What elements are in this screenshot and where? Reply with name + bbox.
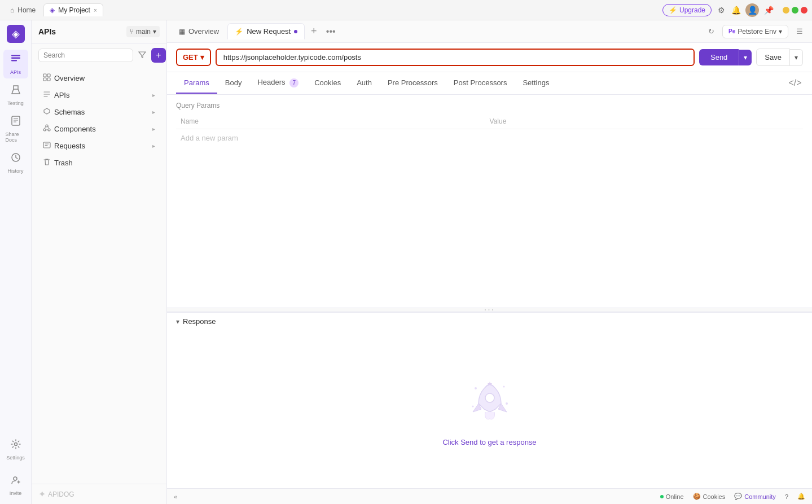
add-param-row[interactable]: Add a new param xyxy=(176,129,803,147)
svg-rect-10 xyxy=(47,78,50,81)
project-tab-close[interactable]: × xyxy=(94,7,97,14)
sidebar-item-testing[interactable]: Testing xyxy=(3,81,28,109)
cookies-button[interactable]: 🍪 Cookies xyxy=(693,493,726,500)
nav-item-apis-label: APIs xyxy=(54,91,69,99)
collapse-sidebar-button[interactable]: « xyxy=(174,493,177,500)
nav-item-components[interactable]: Components ▸ xyxy=(34,121,164,137)
nav-item-requests-label: Requests xyxy=(54,142,85,150)
env-label: Petstore Env xyxy=(738,28,776,36)
req-tab-settings[interactable]: Settings xyxy=(515,73,557,94)
project-tab[interactable]: ◈ My Project × xyxy=(43,3,103,16)
close-button[interactable] xyxy=(801,7,807,14)
settings-icon xyxy=(10,439,21,453)
search-input[interactable] xyxy=(38,49,133,62)
response-chevron-icon: ▾ xyxy=(176,318,179,326)
nav-item-requests[interactable]: Requests ▸ xyxy=(34,138,164,154)
nav-sidebar-header: APIs ⑂ main ▾ xyxy=(32,20,166,43)
add-new-button[interactable]: + xyxy=(151,48,166,63)
req-tab-auth[interactable]: Auth xyxy=(349,73,380,94)
send-button[interactable]: Send xyxy=(699,49,739,65)
tab-overview[interactable]: ▦ Overview xyxy=(172,23,226,40)
settings-label: Settings xyxy=(6,455,25,461)
svg-rect-3 xyxy=(12,116,20,125)
svg-point-17 xyxy=(506,402,508,405)
apis-icon xyxy=(10,53,21,67)
bell-icon[interactable]: 🔔 xyxy=(731,5,741,15)
upgrade-icon: ⚡ xyxy=(669,6,677,14)
pin-icon[interactable]: 📌 xyxy=(763,5,774,15)
nav-item-trash[interactable]: Trash xyxy=(34,155,164,171)
branch-icon: ⑂ xyxy=(130,28,134,36)
testing-label: Testing xyxy=(7,100,24,106)
community-button[interactable]: 💬 Community xyxy=(734,493,776,500)
method-selector[interactable]: GET ▾ xyxy=(176,49,211,66)
svg-rect-9 xyxy=(43,78,46,81)
refresh-button[interactable]: ↻ xyxy=(703,24,719,40)
sidebar-item-settings[interactable]: Settings xyxy=(3,435,28,464)
cookies-icon: 🍪 xyxy=(693,493,701,500)
branch-selector[interactable]: ⑂ main ▾ xyxy=(126,26,160,37)
sidebar-item-share-docs[interactable]: Share Docs xyxy=(3,112,28,146)
req-tab-params[interactable]: Params xyxy=(176,73,217,94)
community-label: Community xyxy=(744,493,776,500)
response-section: ▾ Response xyxy=(167,312,812,488)
upgrade-button[interactable]: ⚡ Upgrade xyxy=(662,4,712,16)
nav-item-schemas-label: Schemas xyxy=(54,108,85,116)
project-tab-label: My Project xyxy=(58,6,90,14)
online-label: Online xyxy=(666,493,684,500)
apis-arrow-icon: ▸ xyxy=(152,92,155,98)
branch-label: main xyxy=(136,28,151,36)
req-tab-post-processors[interactable]: Post Processors xyxy=(446,73,515,94)
svg-rect-0 xyxy=(11,55,20,56)
schemas-icon xyxy=(43,107,51,117)
menu-button[interactable]: ☰ xyxy=(792,24,807,40)
online-status[interactable]: Online xyxy=(660,493,684,500)
add-tab-button[interactable]: + xyxy=(306,24,322,40)
req-tab-body[interactable]: Body xyxy=(217,73,250,94)
main-content: ▦ Overview ⚡ New Request + ••• ↻ Pe Pets… xyxy=(167,20,812,504)
request-bar: GET ▾ Send ▾ Save ▾ xyxy=(167,43,812,72)
app-logo: ◈ xyxy=(7,25,25,43)
filter-icon[interactable] xyxy=(135,48,149,62)
url-input[interactable] xyxy=(223,53,687,62)
upgrade-label: Upgrade xyxy=(679,6,705,14)
tab-new-request[interactable]: ⚡ New Request xyxy=(227,23,305,40)
svg-rect-2 xyxy=(11,60,17,62)
sidebar-item-apis[interactable]: APIs xyxy=(3,50,28,78)
apidog-logo-text: APIDOG xyxy=(48,490,74,498)
home-tab[interactable]: ⌂ Home xyxy=(5,4,41,16)
main-layout: ◈ APIs Testing xyxy=(0,20,812,504)
sidebar-item-history[interactable]: History xyxy=(3,148,28,177)
nav-item-apis[interactable]: APIs ▸ xyxy=(34,87,164,103)
community-icon: 💬 xyxy=(734,493,742,500)
maximize-button[interactable] xyxy=(792,7,798,14)
nav-item-overview[interactable]: Overview xyxy=(34,70,164,86)
response-header[interactable]: ▾ Response xyxy=(167,313,812,330)
svg-point-6 xyxy=(14,477,17,480)
query-params-title: Query Params xyxy=(176,102,803,109)
minimize-button[interactable] xyxy=(783,7,789,14)
more-tabs-button[interactable]: ••• xyxy=(323,24,339,40)
headers-count-badge: 7 xyxy=(289,78,299,87)
save-dropdown-button[interactable]: ▾ xyxy=(790,49,803,66)
notification-bottom-icon[interactable]: 🔔 xyxy=(797,493,805,500)
requests-icon xyxy=(43,141,51,151)
icon-sidebar: ◈ APIs Testing xyxy=(0,20,32,504)
settings-gear-icon[interactable]: ⚙ xyxy=(716,5,726,15)
response-body: Click Send to get a response xyxy=(167,330,812,488)
nav-item-schemas[interactable]: Schemas ▸ xyxy=(34,104,164,120)
env-selector[interactable]: Pe Petstore Env ▾ xyxy=(722,25,788,38)
params-content: Query Params Name Value Add a new param xyxy=(167,95,812,308)
nav-item-trash-label: Trash xyxy=(54,159,73,167)
sidebar-item-invite[interactable]: Invite xyxy=(3,471,28,499)
req-tab-headers[interactable]: Headers 7 xyxy=(249,72,306,94)
req-tab-pre-processors[interactable]: Pre Processors xyxy=(380,73,446,94)
code-view-icon[interactable]: </> xyxy=(787,75,803,91)
req-tab-cookies[interactable]: Cookies xyxy=(306,73,349,94)
save-button[interactable]: Save xyxy=(756,49,790,66)
send-dropdown-button[interactable]: ▾ xyxy=(739,50,752,65)
svg-rect-8 xyxy=(47,74,50,77)
resize-divider[interactable]: ··· xyxy=(167,308,812,312)
avatar[interactable]: 👤 xyxy=(745,3,759,17)
help-icon[interactable]: ? xyxy=(785,493,788,500)
